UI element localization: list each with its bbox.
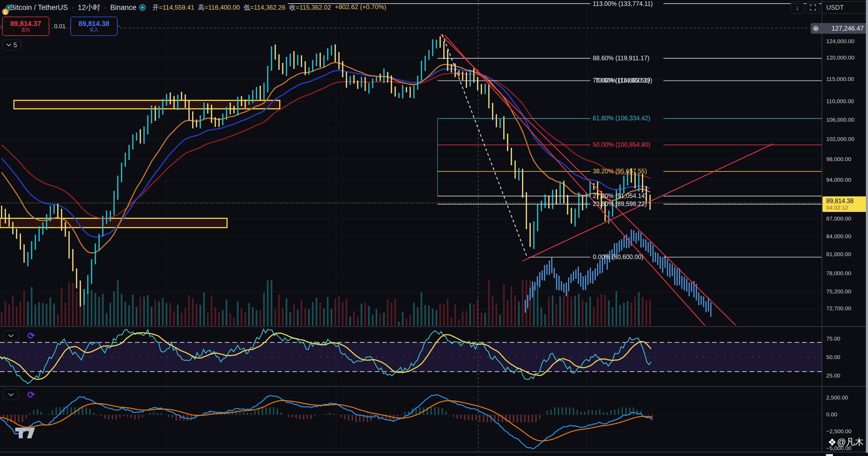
fullscreen-button[interactable]: [806, 1, 819, 14]
price-axis-label: 124,000.00: [826, 38, 854, 45]
price-axis-label: 78,000.00: [826, 270, 851, 277]
toolbar-right: ↓ USDT ⌄: [790, 1, 868, 14]
price-axis-label: 106,000.00: [826, 117, 854, 123]
fib-level-label: 38.20% (95,657.55): [593, 168, 647, 175]
price-axis-label: 98,000.00: [826, 156, 851, 162]
fib-level-label: 73.60% (114,650.19): [595, 77, 652, 84]
price-axis-label: 94,000.00: [826, 176, 851, 183]
fib-level-label: 23.60% (89,598.22): [593, 200, 647, 208]
current-price-label: 89,814.38 04:02:12: [823, 196, 868, 212]
arrow-down-icon: ↓: [796, 4, 799, 11]
price-axis-label: 0.00: [826, 411, 837, 418]
bars-count-button[interactable]: 5: [3, 40, 21, 50]
svg-text:T: T: [8, 6, 10, 10]
indicator1-collapse-button[interactable]: [3, 330, 19, 341]
binance-exchange-icon: [139, 4, 146, 11]
price-axis-label: 120,000.00: [826, 54, 854, 61]
sell-button[interactable]: 89,814.37 卖出: [2, 17, 49, 36]
symbol-title[interactable]: Bitcoin / TetherUS: [10, 3, 68, 12]
tradingview-chart-app: T ₿ Bitcoin / TetherUS · 12小时 · Binance …: [0, 0, 868, 456]
scroll-to-recent-button[interactable]: ↓: [790, 1, 804, 14]
time-axis[interactable]: [0, 452, 868, 456]
crosshair-price-label: ⊕ 127,246.47: [811, 23, 866, 34]
price-axis-label: 75,200.00: [826, 288, 851, 295]
svg-text:₿: ₿: [3, 10, 7, 15]
pane-separator[interactable]: [0, 452, 868, 452]
price-axis-label: 72,700.00: [826, 305, 851, 312]
chevron-down-icon: [8, 334, 14, 337]
buy-button[interactable]: 89,814.38 买入: [70, 17, 118, 36]
price-axis-label: 75.00: [826, 336, 840, 342]
chevron-down-icon: [6, 44, 11, 46]
tradingview-logo[interactable]: [15, 427, 36, 440]
price-axis-label: 110,000.00: [826, 98, 854, 105]
add-alert-plus-icon[interactable]: ⊕: [813, 25, 819, 32]
indicator2-controls: ⟳: [3, 389, 35, 400]
price-axis-label: 87,000.00: [826, 216, 851, 222]
fib-level-label: 88.60% (119,911.17): [593, 55, 649, 62]
interval-label[interactable]: 12小时: [78, 3, 100, 12]
spread-value: 0.01: [53, 23, 67, 30]
chevron-down-icon: [8, 393, 14, 396]
indicator1-controls: ⟳: [3, 330, 35, 341]
exchange-label[interactable]: Binance: [110, 3, 136, 12]
fullscreen-icon: [810, 4, 816, 11]
price-axis-label: 81,000.00: [826, 251, 851, 257]
fib-level-label: 0.00% (80,600.00): [593, 253, 643, 261]
price-axis-label: −2,500.00: [826, 428, 851, 434]
price-axis-label: 102,000.00: [826, 136, 854, 142]
fib-level-label: 113.00% (133,774.11): [593, 0, 653, 7]
pane-separator[interactable]: [0, 326, 868, 327]
author-watermark: ❖ @凡木: [828, 436, 864, 448]
price-axis-label: 84,000.00: [826, 233, 851, 239]
axis-settings-nub[interactable]: [826, 454, 833, 456]
fib-level-label: 61.80% (106,334.42): [593, 115, 650, 122]
fib-level-label: 50.00% (100,854.80): [593, 141, 650, 148]
price-axis-border: [822, 0, 822, 452]
pane-separator[interactable]: [0, 386, 868, 387]
price-axis-label: 25.00: [826, 372, 840, 379]
price-axis-label: 2,500.00: [826, 394, 848, 401]
window-scrollbar[interactable]: [866, 0, 868, 453]
price-axis-label: 50.00: [826, 354, 840, 360]
diamond-icon: ❖: [828, 437, 836, 448]
chart-header: Bitcoin / TetherUS · 12小时 · Binance 开=11…: [10, 3, 386, 12]
trade-panel: 89,814.37 卖出 0.01 89,814.38 买入: [2, 17, 118, 36]
price-axis-label: 115,000.00: [826, 76, 854, 82]
chart-canvas[interactable]: [0, 0, 868, 456]
indicator2-collapse-button[interactable]: [3, 389, 19, 400]
indicator2-sync-icon[interactable]: ⟳: [27, 390, 35, 399]
symbol-logos: T ₿: [1, 4, 12, 16]
change-readout: +802.62 (+0.70%): [335, 3, 386, 12]
indicator1-sync-icon[interactable]: ⟳: [27, 331, 35, 340]
currency-selector[interactable]: USDT ⌄: [822, 1, 868, 14]
fib-level-label: 27.20% (91,054.14): [593, 192, 647, 200]
bar-countdown: 04:02:12: [826, 204, 868, 211]
ohlc-readout: 开=114,559.41 高=116,400.00 低=114,362.26 收…: [152, 3, 386, 12]
